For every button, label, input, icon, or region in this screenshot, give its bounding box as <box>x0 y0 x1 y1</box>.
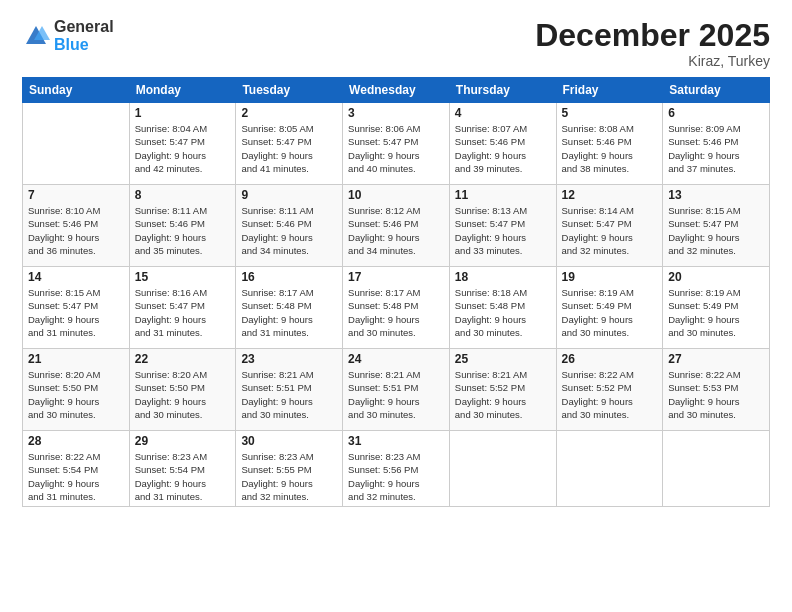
day-number: 13 <box>668 188 764 202</box>
day-info: Sunrise: 8:04 AMSunset: 5:47 PMDaylight:… <box>135 122 231 175</box>
day-info: Sunrise: 8:08 AMSunset: 5:46 PMDaylight:… <box>562 122 658 175</box>
table-row: 5Sunrise: 8:08 AMSunset: 5:46 PMDaylight… <box>556 103 663 185</box>
day-number: 7 <box>28 188 124 202</box>
table-row: 12Sunrise: 8:14 AMSunset: 5:47 PMDayligh… <box>556 185 663 267</box>
table-row: 7Sunrise: 8:10 AMSunset: 5:46 PMDaylight… <box>23 185 130 267</box>
weekday-header-row: Sunday Monday Tuesday Wednesday Thursday… <box>23 78 770 103</box>
table-row: 30Sunrise: 8:23 AMSunset: 5:55 PMDayligh… <box>236 431 343 507</box>
header-friday: Friday <box>556 78 663 103</box>
table-row: 26Sunrise: 8:22 AMSunset: 5:52 PMDayligh… <box>556 349 663 431</box>
day-number: 30 <box>241 434 337 448</box>
table-row: 24Sunrise: 8:21 AMSunset: 5:51 PMDayligh… <box>343 349 450 431</box>
day-info: Sunrise: 8:16 AMSunset: 5:47 PMDaylight:… <box>135 286 231 339</box>
day-number: 6 <box>668 106 764 120</box>
calendar-table: Sunday Monday Tuesday Wednesday Thursday… <box>22 77 770 507</box>
day-number: 2 <box>241 106 337 120</box>
day-number: 23 <box>241 352 337 366</box>
table-row: 16Sunrise: 8:17 AMSunset: 5:48 PMDayligh… <box>236 267 343 349</box>
header-sunday: Sunday <box>23 78 130 103</box>
header-saturday: Saturday <box>663 78 770 103</box>
table-row: 14Sunrise: 8:15 AMSunset: 5:47 PMDayligh… <box>23 267 130 349</box>
day-info: Sunrise: 8:22 AMSunset: 5:53 PMDaylight:… <box>668 368 764 421</box>
day-info: Sunrise: 8:23 AMSunset: 5:55 PMDaylight:… <box>241 450 337 503</box>
table-row: 15Sunrise: 8:16 AMSunset: 5:47 PMDayligh… <box>129 267 236 349</box>
day-info: Sunrise: 8:21 AMSunset: 5:52 PMDaylight:… <box>455 368 551 421</box>
header-monday: Monday <box>129 78 236 103</box>
day-number: 31 <box>348 434 444 448</box>
table-row: 11Sunrise: 8:13 AMSunset: 5:47 PMDayligh… <box>449 185 556 267</box>
table-row: 1Sunrise: 8:04 AMSunset: 5:47 PMDaylight… <box>129 103 236 185</box>
table-row <box>23 103 130 185</box>
day-info: Sunrise: 8:06 AMSunset: 5:47 PMDaylight:… <box>348 122 444 175</box>
logo-general: General <box>54 18 114 36</box>
logo-text: General Blue <box>54 18 114 53</box>
header-thursday: Thursday <box>449 78 556 103</box>
day-info: Sunrise: 8:18 AMSunset: 5:48 PMDaylight:… <box>455 286 551 339</box>
day-number: 27 <box>668 352 764 366</box>
table-row: 10Sunrise: 8:12 AMSunset: 5:46 PMDayligh… <box>343 185 450 267</box>
day-info: Sunrise: 8:17 AMSunset: 5:48 PMDaylight:… <box>348 286 444 339</box>
day-number: 25 <box>455 352 551 366</box>
day-number: 22 <box>135 352 231 366</box>
table-row: 13Sunrise: 8:15 AMSunset: 5:47 PMDayligh… <box>663 185 770 267</box>
table-row <box>556 431 663 507</box>
day-info: Sunrise: 8:11 AMSunset: 5:46 PMDaylight:… <box>241 204 337 257</box>
table-row: 17Sunrise: 8:17 AMSunset: 5:48 PMDayligh… <box>343 267 450 349</box>
day-number: 17 <box>348 270 444 284</box>
logo: General Blue <box>22 18 114 53</box>
day-info: Sunrise: 8:15 AMSunset: 5:47 PMDaylight:… <box>668 204 764 257</box>
table-row <box>449 431 556 507</box>
table-row: 9Sunrise: 8:11 AMSunset: 5:46 PMDaylight… <box>236 185 343 267</box>
day-number: 4 <box>455 106 551 120</box>
day-number: 15 <box>135 270 231 284</box>
day-number: 21 <box>28 352 124 366</box>
table-row: 21Sunrise: 8:20 AMSunset: 5:50 PMDayligh… <box>23 349 130 431</box>
day-info: Sunrise: 8:05 AMSunset: 5:47 PMDaylight:… <box>241 122 337 175</box>
day-info: Sunrise: 8:07 AMSunset: 5:46 PMDaylight:… <box>455 122 551 175</box>
day-info: Sunrise: 8:10 AMSunset: 5:46 PMDaylight:… <box>28 204 124 257</box>
location-subtitle: Kiraz, Turkey <box>535 53 770 69</box>
calendar-page: General Blue December 2025 Kiraz, Turkey… <box>0 0 792 612</box>
table-row: 27Sunrise: 8:22 AMSunset: 5:53 PMDayligh… <box>663 349 770 431</box>
day-info: Sunrise: 8:20 AMSunset: 5:50 PMDaylight:… <box>28 368 124 421</box>
day-info: Sunrise: 8:21 AMSunset: 5:51 PMDaylight:… <box>241 368 337 421</box>
day-number: 16 <box>241 270 337 284</box>
day-info: Sunrise: 8:23 AMSunset: 5:54 PMDaylight:… <box>135 450 231 503</box>
day-info: Sunrise: 8:21 AMSunset: 5:51 PMDaylight:… <box>348 368 444 421</box>
day-info: Sunrise: 8:11 AMSunset: 5:46 PMDaylight:… <box>135 204 231 257</box>
logo-icon <box>22 22 50 50</box>
table-row: 18Sunrise: 8:18 AMSunset: 5:48 PMDayligh… <box>449 267 556 349</box>
day-info: Sunrise: 8:22 AMSunset: 5:52 PMDaylight:… <box>562 368 658 421</box>
day-info: Sunrise: 8:14 AMSunset: 5:47 PMDaylight:… <box>562 204 658 257</box>
day-info: Sunrise: 8:19 AMSunset: 5:49 PMDaylight:… <box>562 286 658 339</box>
day-info: Sunrise: 8:12 AMSunset: 5:46 PMDaylight:… <box>348 204 444 257</box>
table-row: 31Sunrise: 8:23 AMSunset: 5:56 PMDayligh… <box>343 431 450 507</box>
table-row: 2Sunrise: 8:05 AMSunset: 5:47 PMDaylight… <box>236 103 343 185</box>
table-row: 20Sunrise: 8:19 AMSunset: 5:49 PMDayligh… <box>663 267 770 349</box>
table-row: 4Sunrise: 8:07 AMSunset: 5:46 PMDaylight… <box>449 103 556 185</box>
day-number: 1 <box>135 106 231 120</box>
month-title: December 2025 <box>535 18 770 53</box>
day-info: Sunrise: 8:15 AMSunset: 5:47 PMDaylight:… <box>28 286 124 339</box>
header-tuesday: Tuesday <box>236 78 343 103</box>
day-number: 9 <box>241 188 337 202</box>
day-number: 26 <box>562 352 658 366</box>
day-number: 10 <box>348 188 444 202</box>
table-row: 25Sunrise: 8:21 AMSunset: 5:52 PMDayligh… <box>449 349 556 431</box>
table-row: 6Sunrise: 8:09 AMSunset: 5:46 PMDaylight… <box>663 103 770 185</box>
day-number: 19 <box>562 270 658 284</box>
day-number: 20 <box>668 270 764 284</box>
day-info: Sunrise: 8:13 AMSunset: 5:47 PMDaylight:… <box>455 204 551 257</box>
title-block: December 2025 Kiraz, Turkey <box>535 18 770 69</box>
day-number: 8 <box>135 188 231 202</box>
day-number: 29 <box>135 434 231 448</box>
day-number: 11 <box>455 188 551 202</box>
day-number: 5 <box>562 106 658 120</box>
day-info: Sunrise: 8:22 AMSunset: 5:54 PMDaylight:… <box>28 450 124 503</box>
day-number: 14 <box>28 270 124 284</box>
day-number: 12 <box>562 188 658 202</box>
day-number: 18 <box>455 270 551 284</box>
day-info: Sunrise: 8:23 AMSunset: 5:56 PMDaylight:… <box>348 450 444 503</box>
day-info: Sunrise: 8:20 AMSunset: 5:50 PMDaylight:… <box>135 368 231 421</box>
day-info: Sunrise: 8:17 AMSunset: 5:48 PMDaylight:… <box>241 286 337 339</box>
